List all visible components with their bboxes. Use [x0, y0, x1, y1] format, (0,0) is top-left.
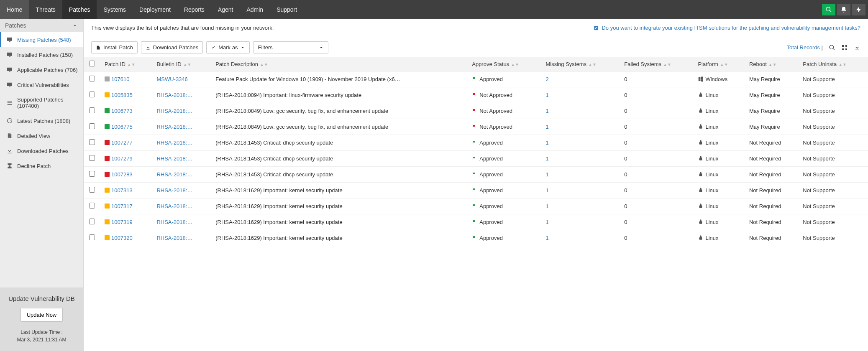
- patch-id-link[interactable]: 1007319: [111, 219, 133, 225]
- bulletin-link[interactable]: RHSA-2018:…: [152, 230, 211, 246]
- deploy-icon: [96, 45, 101, 50]
- row-checkbox[interactable]: [89, 123, 95, 129]
- severity-icon: [105, 156, 110, 161]
- missing-systems-link[interactable]: 1: [541, 87, 620, 103]
- bulletin-link[interactable]: MSWU-3346: [152, 71, 211, 87]
- update-now-button[interactable]: Update Now: [20, 308, 63, 322]
- column-reboot[interactable]: Reboot▲▼: [745, 57, 799, 71]
- nav-systems[interactable]: Systems: [97, 0, 133, 19]
- patch-id-link[interactable]: 1007313: [111, 187, 133, 193]
- row-checkbox[interactable]: [89, 107, 95, 113]
- nav-threats[interactable]: Threats: [29, 0, 62, 19]
- sidebar-item-downloaded-patches[interactable]: Downloaded Patches: [0, 143, 83, 158]
- nav-patches[interactable]: Patches: [62, 0, 97, 19]
- missing-systems-link[interactable]: 1: [541, 198, 620, 214]
- patch-id-link[interactable]: 1006773: [111, 108, 133, 114]
- missing-systems-link[interactable]: 1: [541, 214, 620, 230]
- row-checkbox[interactable]: [89, 76, 95, 81]
- bulletin-link[interactable]: RHSA-2018:…: [152, 119, 211, 135]
- sidebar-item-applicable-patches[interactable]: Applicable Patches (706): [0, 62, 83, 77]
- missing-systems-link[interactable]: 1: [541, 103, 620, 119]
- nav-admin[interactable]: Admin: [240, 0, 270, 19]
- nav-home[interactable]: Home: [0, 0, 29, 19]
- nav-support[interactable]: Support: [270, 0, 304, 19]
- filters-dropdown[interactable]: Filters: [253, 41, 328, 53]
- column-patch-uninsta[interactable]: Patch Uninsta▲▼: [799, 57, 868, 71]
- bulletin-link[interactable]: RHSA-2018:…: [152, 151, 211, 167]
- sidebar-item-supported-patches[interactable]: Supported Patches (107400): [0, 92, 83, 113]
- sidebar-item-missing-patches[interactable]: Missing Patches (548): [0, 32, 83, 47]
- nav-deployment[interactable]: Deployment: [133, 0, 177, 19]
- itsm-integration-link[interactable]: Do you want to integrate your existing I…: [593, 25, 860, 31]
- bulletin-link[interactable]: RHSA-2018:…: [152, 183, 211, 198]
- column-approve-status[interactable]: Approve Status▲▼: [468, 57, 541, 71]
- table-search-icon[interactable]: [829, 44, 835, 51]
- row-checkbox[interactable]: [89, 234, 95, 240]
- patch-id-link[interactable]: 1007320: [111, 235, 133, 241]
- failed-systems: 0: [620, 167, 694, 183]
- select-all-checkbox[interactable]: [89, 61, 95, 66]
- patch-id-link[interactable]: 1007283: [111, 171, 133, 178]
- download-patches-button[interactable]: Download Patches: [141, 41, 203, 53]
- column-patch-id[interactable]: Patch ID▲▼: [100, 57, 152, 71]
- column-patch-description[interactable]: Patch Description▲▼: [211, 57, 468, 71]
- chevron-down-icon: [240, 45, 245, 50]
- missing-systems-link[interactable]: 1: [541, 135, 620, 151]
- sidebar-item-installed-patches[interactable]: Installed Patches (158): [0, 47, 83, 62]
- mark-as-button[interactable]: Mark as: [206, 41, 250, 53]
- row-checkbox[interactable]: [89, 203, 95, 209]
- sidebar-item-critical-vulnerabilities[interactable]: Critical Vulnerabilities: [0, 77, 83, 92]
- itsm-icon: [593, 25, 599, 31]
- row-checkbox[interactable]: [89, 187, 95, 193]
- patch-id-link[interactable]: 1005835: [111, 92, 133, 98]
- column-bulletin-id[interactable]: Bulletin ID▲▼: [152, 57, 211, 71]
- total-records-link[interactable]: Total Records: [787, 44, 820, 51]
- column-platform[interactable]: Platform▲▼: [694, 57, 745, 71]
- linux-icon: [698, 203, 704, 209]
- column-missing-systems[interactable]: Missing Systems▲▼: [541, 57, 620, 71]
- patch-id-link[interactable]: 107610: [111, 76, 129, 82]
- sidebar-item-label: Detailed View: [17, 133, 50, 139]
- sidebar-item-detailed-view[interactable]: Detailed View: [0, 128, 83, 143]
- row-checkbox[interactable]: [89, 171, 95, 177]
- bulletin-link[interactable]: RHSA-2018:…: [152, 214, 211, 230]
- missing-systems-link[interactable]: 1: [541, 230, 620, 246]
- nav-reports[interactable]: Reports: [177, 0, 211, 19]
- patch-id-link[interactable]: 1007317: [111, 203, 133, 209]
- column-failed-systems[interactable]: Failed Systems▲▼: [620, 57, 694, 71]
- monitor-icon: [6, 81, 13, 88]
- bulletin-link[interactable]: RHSA-2018:…: [152, 198, 211, 214]
- search-icon[interactable]: [822, 4, 835, 15]
- missing-systems-link[interactable]: 1: [541, 119, 620, 135]
- severity-icon: [105, 76, 110, 81]
- nav-agent[interactable]: Agent: [211, 0, 240, 19]
- missing-systems-link[interactable]: 2: [541, 71, 620, 87]
- table-export-icon[interactable]: [854, 44, 860, 51]
- column-select-all[interactable]: [84, 57, 100, 71]
- row-checkbox[interactable]: [89, 219, 95, 224]
- table-row: 1007313RHSA-2018:…(RHSA-2018:1629) Impor…: [84, 183, 868, 198]
- sidebar-header[interactable]: Patches: [0, 19, 83, 32]
- install-patch-button[interactable]: Install Patch: [91, 41, 138, 53]
- patch-id-link[interactable]: 1007279: [111, 155, 133, 162]
- row-checkbox[interactable]: [89, 139, 95, 145]
- row-checkbox[interactable]: [89, 155, 95, 161]
- flag-icon: [472, 171, 477, 178]
- bulletin-link[interactable]: RHSA-2018:…: [152, 167, 211, 183]
- patch-description: (RHSA-2018:1629) Important: kernel secur…: [211, 198, 468, 214]
- sidebar-item-decline-patch[interactable]: Decline Patch: [0, 158, 83, 173]
- quick-actions-icon[interactable]: [852, 4, 865, 15]
- row-checkbox[interactable]: [89, 92, 95, 97]
- bulletin-link[interactable]: RHSA-2018:…: [152, 135, 211, 151]
- bulletin-link[interactable]: RHSA-2018:…: [152, 103, 211, 119]
- bulletin-link[interactable]: RHSA-2018:…: [152, 87, 211, 103]
- missing-systems-link[interactable]: 1: [541, 167, 620, 183]
- table-columns-icon[interactable]: [841, 44, 848, 51]
- approve-status: Approved: [468, 135, 541, 151]
- missing-systems-link[interactable]: 1: [541, 151, 620, 167]
- notifications-icon[interactable]: [837, 4, 850, 15]
- sidebar-item-latest-patches[interactable]: Latest Patches (1808): [0, 113, 83, 128]
- patch-id-link[interactable]: 1006775: [111, 124, 133, 130]
- patch-id-link[interactable]: 1007277: [111, 140, 133, 146]
- missing-systems-link[interactable]: 1: [541, 183, 620, 198]
